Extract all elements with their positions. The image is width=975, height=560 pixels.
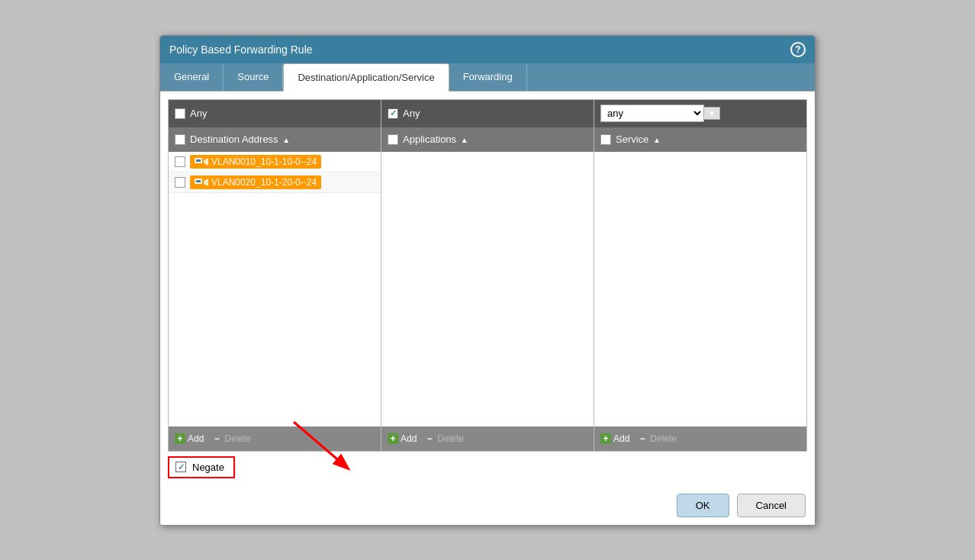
minus-icon: − xyxy=(211,433,222,444)
applications-all-checkbox[interactable] xyxy=(388,134,398,145)
cancel-button[interactable]: Cancel xyxy=(737,494,806,517)
row2-tag[interactable]: VLAN0020_10-1-20-0--24 xyxy=(190,175,321,189)
service-column-title: Service ▲ xyxy=(616,134,661,145)
destination-title-header: Destination Address ▲ xyxy=(169,127,381,152)
row1-tag[interactable]: VLAN0010_10-1-10-0--24 xyxy=(190,155,321,169)
tab-general[interactable]: General xyxy=(160,63,224,91)
applications-add-button[interactable]: + Add xyxy=(388,433,417,444)
tabs-bar: General Source Destination/Application/S… xyxy=(160,63,815,92)
service-footer: + Add − Delete xyxy=(594,426,806,451)
destination-any-header: Any xyxy=(169,100,381,127)
destination-content: VLAN0010_10-1-10-0--24 VLAN0020_10-1-20-… xyxy=(169,152,381,426)
dialog-body: Any Destination Address ▲ xyxy=(160,92,815,486)
svg-marker-2 xyxy=(204,158,208,166)
negate-checkbox[interactable] xyxy=(175,462,186,472)
network-icon xyxy=(195,177,208,188)
service-title-header: Service ▲ xyxy=(594,127,806,152)
svg-line-7 xyxy=(294,422,347,468)
service-content xyxy=(594,152,806,426)
plus-icon: + xyxy=(600,433,611,444)
destination-all-checkbox[interactable] xyxy=(175,134,185,145)
three-col-layout: Any Destination Address ▲ xyxy=(168,99,807,452)
destination-any-checkbox[interactable] xyxy=(175,108,185,119)
red-arrow xyxy=(286,414,378,475)
destination-column: Any Destination Address ▲ xyxy=(169,100,381,451)
help-icon[interactable]: ? xyxy=(790,42,806,57)
row2-checkbox[interactable] xyxy=(175,177,185,188)
dialog-container: Policy Based Forwarding Rule ? General S… xyxy=(159,35,816,526)
network-icon xyxy=(195,156,208,167)
tab-forwarding[interactable]: Forwarding xyxy=(449,63,527,91)
applications-any-checkbox[interactable] xyxy=(388,108,398,119)
service-add-button[interactable]: + Add xyxy=(600,433,629,444)
tab-destination[interactable]: Destination/Application/Service xyxy=(283,63,449,92)
destination-delete-button[interactable]: − Delete xyxy=(211,433,251,444)
destination-add-button[interactable]: + Add xyxy=(175,433,204,444)
applications-any-header: Any xyxy=(381,100,594,127)
tab-source[interactable]: Source xyxy=(224,63,283,91)
applications-column-title: Applications ▲ xyxy=(403,134,468,145)
ok-button[interactable]: OK xyxy=(677,494,729,517)
dialog-title: Policy Based Forwarding Rule xyxy=(169,43,313,56)
applications-delete-button[interactable]: − Delete xyxy=(424,433,464,444)
dialog-footer: OK Cancel xyxy=(160,486,815,525)
plus-icon: + xyxy=(388,433,398,444)
destination-column-title: Destination Address ▲ xyxy=(190,134,290,145)
applications-content xyxy=(381,152,594,426)
service-delete-button[interactable]: − Delete xyxy=(637,433,677,444)
svg-rect-4 xyxy=(196,180,201,182)
applications-footer: + Add − Delete xyxy=(381,426,594,451)
applications-sort-icon[interactable]: ▲ xyxy=(461,136,468,144)
negate-label: Negate xyxy=(192,462,224,473)
service-dropdown-wrapper: any application-default ▼ xyxy=(600,105,720,122)
destination-sort-icon[interactable]: ▲ xyxy=(282,136,290,144)
service-dropdown[interactable]: any application-default xyxy=(600,105,704,122)
service-all-checkbox[interactable] xyxy=(600,134,611,145)
minus-icon: − xyxy=(637,433,648,444)
dropdown-arrow-button[interactable]: ▼ xyxy=(704,107,720,120)
list-item: VLAN0010_10-1-10-0--24 xyxy=(169,152,381,172)
negate-box: Negate xyxy=(168,456,235,478)
service-column: any application-default ▼ Service ▲ xyxy=(594,100,806,451)
plus-icon: + xyxy=(175,433,185,444)
applications-column: Any Applications ▲ + Add xyxy=(381,100,594,451)
destination-any-label: Any xyxy=(190,108,207,119)
svg-rect-1 xyxy=(196,159,201,162)
applications-title-header: Applications ▲ xyxy=(381,127,594,152)
minus-icon: − xyxy=(424,433,435,444)
service-any-header: any application-default ▼ xyxy=(594,100,806,127)
list-item: VLAN0020_10-1-20-0--24 xyxy=(169,172,381,193)
applications-any-label: Any xyxy=(403,108,420,119)
row1-checkbox[interactable] xyxy=(175,156,185,167)
dialog-titlebar: Policy Based Forwarding Rule ? xyxy=(160,36,815,63)
service-sort-icon[interactable]: ▲ xyxy=(653,136,661,144)
svg-marker-5 xyxy=(204,179,208,186)
